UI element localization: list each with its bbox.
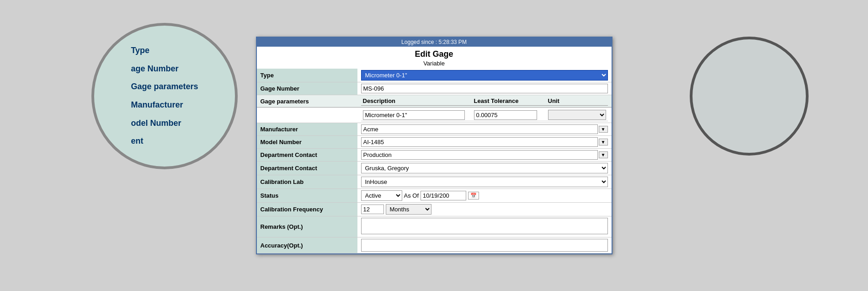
model-number-row: Model Number ▼ [257, 136, 612, 149]
gage-number-value-cell [357, 82, 612, 95]
params-sub-table: Description Least Tolerance Unit [361, 97, 608, 106]
page-wrapper: Type age Number Gage parameters Manufact… [0, 0, 868, 291]
manufacturer-dropdown-arrow[interactable]: ▼ [599, 126, 608, 133]
window-header-bar: Logged since : 5:28:33 PM [257, 38, 612, 47]
as-of-input[interactable] [421, 191, 466, 200]
window-subtitle: Variable [257, 60, 612, 69]
mag-line-4: Manufacturer [131, 96, 198, 114]
dept-contact-row: Department Contact Gruska, Gregory [257, 162, 612, 175]
params-unit-header: Unit [546, 97, 608, 106]
manufacturer-label: Manufacturer [257, 123, 357, 136]
params-value-label [257, 108, 357, 123]
dept-contact-label2: Department Contact [257, 162, 357, 175]
params-desc-header: Description [361, 97, 472, 106]
as-of-label: As Of [404, 192, 419, 199]
model-value-cell: ▼ [357, 136, 612, 149]
cal-freq-inline: Months [361, 204, 608, 215]
status-select[interactable]: Active [361, 190, 402, 201]
dept-value-cell: ▼ [357, 149, 612, 162]
type-select[interactable]: Micrometer 0-1" [361, 70, 608, 81]
mag-line-2: age Number [131, 60, 198, 78]
remarks-textarea[interactable] [361, 218, 608, 234]
manufacturer-value-cell: ▼ [357, 123, 612, 136]
params-header-row: Gage parameters Description Least Tolera… [257, 95, 612, 108]
accuracy-value-cell [357, 237, 612, 253]
dept-wrapper: ▼ [361, 150, 608, 160]
mag-line-6: ent [131, 132, 198, 151]
magnifier-left: Type age Number Gage parameters Manufact… [91, 23, 238, 169]
remarks-value-cell [357, 216, 612, 237]
mag-line-3: Gage parameters [131, 78, 198, 96]
cal-freq-label: Calibration Frequency [257, 203, 357, 216]
cal-lab-select[interactable]: InHouse [361, 177, 608, 187]
model-input[interactable] [361, 137, 598, 147]
params-values [361, 109, 608, 121]
manufacturer-input[interactable] [361, 124, 598, 134]
accuracy-label: Accuracy(Opt.) [257, 237, 357, 253]
dept-dropdown-arrow[interactable]: ▼ [599, 151, 608, 158]
dept-contact-select[interactable]: Gruska, Gregory [361, 163, 608, 173]
manufacturer-row: Manufacturer ▼ [257, 123, 612, 136]
cal-freq-unit-select[interactable]: Months [386, 204, 431, 215]
cal-lab-value-cell: InHouse [357, 175, 612, 189]
params-desc-input[interactable] [363, 110, 465, 120]
model-dropdown-arrow[interactable]: ▼ [599, 139, 608, 146]
gage-number-input[interactable] [361, 84, 608, 93]
dept-input[interactable] [361, 150, 598, 160]
logged-since-text: Logged since : 5:28:33 PM [401, 39, 467, 45]
cal-freq-input[interactable] [361, 205, 384, 214]
params-value-cell [357, 108, 612, 123]
mag-line-5: odel Number [131, 114, 198, 133]
cal-lab-row: Calibration Lab InHouse [257, 175, 612, 189]
params-unit-select[interactable] [548, 110, 606, 120]
params-col-headers: Description Least Tolerance Unit [361, 97, 608, 106]
params-headers-cell: Description Least Tolerance Unit [357, 95, 612, 108]
dept-contact-label: Department Contact [257, 149, 357, 162]
model-label: Model Number [257, 136, 357, 149]
status-inline: Active As Of 📅 [361, 190, 608, 201]
type-value-cell: Micrometer 0-1" [357, 69, 612, 82]
status-row: Status Active As Of 📅 [257, 189, 612, 203]
edit-gage-window: Logged since : 5:28:33 PM Edit Gage Vari… [256, 37, 612, 254]
params-values-table [361, 109, 608, 121]
status-label: Status [257, 189, 357, 203]
cal-freq-value-cell: Months [357, 203, 612, 216]
manufacturer-wrapper: ▼ [361, 124, 608, 134]
type-row: Type Micrometer 0-1" [257, 69, 612, 82]
window-title: Edit Gage [257, 47, 612, 60]
params-tol-header: Least Tolerance [472, 97, 546, 106]
status-value-cell: Active As Of 📅 [357, 189, 612, 203]
type-label: Type [257, 69, 357, 82]
cal-freq-row: Calibration Frequency Months [257, 203, 612, 216]
params-desc-cell [361, 109, 472, 121]
accuracy-row: Accuracy(Opt.) [257, 237, 612, 253]
calendar-button[interactable]: 📅 [468, 192, 479, 199]
remarks-row: Remarks (Opt.) [257, 216, 612, 237]
cal-lab-label: Calibration Lab [257, 175, 357, 189]
params-value-row [257, 108, 612, 123]
magnifier-content: Type age Number Gage parameters Manufact… [122, 37, 207, 155]
params-unit-cell [546, 109, 608, 121]
params-tol-cell [472, 109, 546, 121]
remarks-label: Remarks (Opt.) [257, 216, 357, 237]
mag-line-1: Type [131, 42, 198, 60]
magnifier-right [690, 37, 809, 156]
params-label: Gage parameters [257, 95, 357, 108]
gage-number-row: Gage Number [257, 82, 612, 95]
params-tol-input[interactable] [474, 110, 538, 120]
accuracy-input[interactable] [361, 239, 608, 252]
model-wrapper: ▼ [361, 137, 608, 147]
dept-contact-value-cell: Gruska, Gregory [357, 162, 612, 175]
gage-number-label: Gage Number [257, 82, 357, 95]
department-row: Department Contact ▼ [257, 149, 612, 162]
form-table: Type Micrometer 0-1" Gage Number Gage pa… [257, 69, 612, 253]
